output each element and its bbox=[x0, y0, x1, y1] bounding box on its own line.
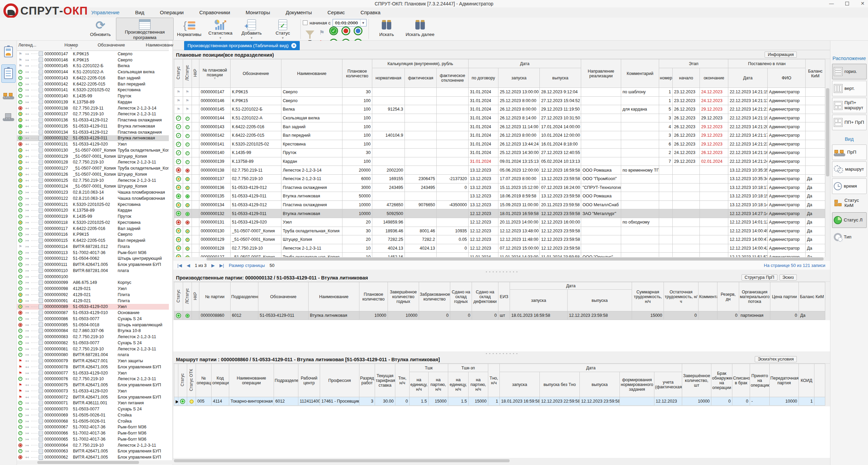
plan-row[interactable]: ⚑⚑0000000146К.Р9К15Сверло10031.01.202425… bbox=[174, 96, 825, 105]
col-accepted[interactable]: Принято на операцию bbox=[750, 364, 770, 397]
tree-row[interactable]: ✓↦00000000984129-021Узел bbox=[17, 286, 169, 292]
col-code[interactable]: Обозначение bbox=[258, 282, 309, 311]
tree-row[interactable]: ↤0000000129_51-0507-0001_КопияШтуцер_Коп… bbox=[17, 153, 169, 159]
plan-row[interactable]: 000000013802.7.750.219-11Лепесток 2-1,2-… bbox=[174, 166, 825, 175]
tree-row[interactable]: ↤000000013251-0533-4129-011Втулка литник… bbox=[17, 135, 169, 141]
col-grade[interactable]: Разряд работ bbox=[359, 364, 375, 397]
splitter-handle[interactable] bbox=[173, 270, 830, 274]
menu-4[interactable]: Справочники bbox=[198, 8, 232, 16]
tree-row[interactable]: ✓↦0000000117К.6422-2205-016Вал задний bbox=[17, 226, 169, 232]
tree-row[interactable]: ✓↦0000000144К.51-2201022-АСкользящая вил… bbox=[17, 69, 169, 75]
col-status[interactable]: Статус bbox=[180, 373, 185, 386]
tree-row[interactable]: ✓↦000000006751-7002-4017-36Рым-болт М36 bbox=[17, 424, 169, 430]
col-done[interactable]: Завершённое количество годных bbox=[388, 282, 419, 311]
tree-row[interactable]: ✓↦0000000120К.13758-89Кардан bbox=[17, 208, 169, 214]
tree-row[interactable]: ↤000000013802.7.750.219-11Лепесток 2-1,2… bbox=[17, 105, 169, 111]
tree-row[interactable]: ✓↦000000008302.7.750.219-10Лепесток 2-1,… bbox=[17, 334, 169, 340]
tree-row[interactable]: ✓↦0000000080ВИТЯ.687281.004плата bbox=[17, 352, 169, 358]
maximize-button[interactable] bbox=[845, 1, 849, 6]
col-qty[interactable]: Плановое количество bbox=[342, 59, 372, 88]
tree-row[interactable]: ✓↦0000000141К.5320-2201025-02Крестовина bbox=[17, 87, 169, 93]
tree-row[interactable]: ↤0000000126_51-0507-0001_КопияШтуцер_Коп… bbox=[17, 171, 169, 177]
first-page-button[interactable]: |◀ bbox=[177, 263, 182, 268]
col-calc-fact[interactable]: фактическая bbox=[405, 68, 437, 88]
tree-row[interactable]: ⚑↤0000000072ВИТЯ.426471.005Блок управлен… bbox=[17, 394, 169, 400]
information-button[interactable]: Информация bbox=[765, 52, 797, 58]
layout-horizontal-button[interactable]: гориз. bbox=[832, 64, 867, 79]
col-comment[interactable]: Комментарий bbox=[621, 59, 659, 88]
col-division[interactable]: Подразделение bbox=[231, 282, 258, 311]
scrollbar-thumb[interactable] bbox=[37, 461, 139, 464]
add-button[interactable]: + Добавить ▼ bbox=[236, 18, 267, 40]
col-name[interactable]: Наименование bbox=[281, 59, 342, 88]
tree-row[interactable]: ✓↦000000008102.7.750.219-10Лепесток 2-1,… bbox=[17, 346, 169, 352]
col-date-out[interactable]: выпуска bbox=[580, 372, 620, 397]
starting-date-combobox[interactable]: 01.01.2000 ▼ bbox=[333, 19, 367, 26]
scrollbar-thumb[interactable] bbox=[174, 459, 510, 462]
tree-row[interactable]: ⚑↤0000000079ВИТЯ.426427.001Узел защиты bbox=[17, 358, 169, 364]
tree-row[interactable]: ↤000000012502.7.750.219-10Лепесток 2-1,2… bbox=[17, 177, 169, 183]
col-date-form[interactable]: формирования нормированного задания bbox=[620, 372, 654, 397]
tree-row[interactable]: ✓↦000000012302.8.210.063-14Чашка пломбир… bbox=[17, 189, 169, 195]
tree-col-name[interactable]: Наименование bbox=[146, 42, 176, 47]
tree-col-code[interactable]: Обозначение bbox=[98, 42, 125, 47]
tree-row[interactable]: ↦000000008751-0533-4129-010Основание bbox=[17, 310, 169, 316]
tree-row[interactable]: ✓↦0000000063ВИТЯ.426471.005Блок управлен… bbox=[17, 448, 169, 454]
tree-row[interactable]: ↤000000013702.7.750.219-10Лепесток 2-1,2… bbox=[17, 111, 169, 117]
splitter-handle[interactable] bbox=[173, 351, 830, 355]
col-code[interactable]: Обозначение bbox=[231, 59, 281, 88]
normatives-button[interactable]: { Нормативы bbox=[174, 18, 205, 40]
tree-row[interactable]: ✓↦0000000071ВИТЯ.436111.001Узел питания bbox=[17, 400, 169, 406]
tree-row[interactable]: ↦000000008551-0504-0018Штырь направляющи… bbox=[17, 322, 169, 328]
plan-row[interactable]: 0000000130_51-0507-0007_КопияТруба охлад… bbox=[174, 227, 825, 235]
menu-6[interactable]: Документы bbox=[284, 8, 313, 16]
status-blue-filter[interactable] bbox=[354, 26, 362, 35]
close-button[interactable]: ✕ bbox=[861, 1, 865, 6]
col-rejected[interactable]: Забракованное количество bbox=[419, 282, 450, 311]
tree-row[interactable]: ✓↦0000000116К.Р9К15Сверло bbox=[17, 232, 169, 238]
col-calc-dev[interactable]: фактическое отклонение bbox=[437, 68, 469, 88]
col-tshkzp-unit[interactable]: на единицу, н/ч bbox=[448, 372, 469, 397]
menu-2[interactable]: Вид bbox=[134, 8, 145, 16]
tree-col-legend[interactable]: Легенд... bbox=[18, 42, 36, 47]
menu-3[interactable]: Операции bbox=[159, 8, 185, 16]
col-stage-begin[interactable]: начало bbox=[673, 68, 700, 88]
tree-row[interactable]: ⚑↦0000000145К.51-2201022-БВилка bbox=[17, 63, 169, 69]
status-stopped-filter[interactable] bbox=[341, 26, 350, 35]
view-route-button[interactable]: маршрут bbox=[832, 161, 867, 177]
mode-list-button[interactable] bbox=[1, 64, 16, 83]
col-date-start[interactable]: запуска bbox=[510, 290, 568, 311]
tree-row[interactable]: ⚑↤0000000078ВИТЯ.426471.005Блок управлен… bbox=[17, 364, 169, 370]
tree-row[interactable]: ✓↦0000000099А86.675.149Корпус bbox=[17, 280, 169, 286]
route-row[interactable]: ▶0054114Токарно-винторезная6012112411400… bbox=[174, 397, 825, 406]
last-page-button[interactable]: ▶| bbox=[219, 263, 224, 268]
tree-row[interactable]: ✓↦000000011351-7002-4017-36Рым-болт М36 bbox=[17, 250, 169, 256]
plan-row[interactable]: 000000013151-0533-4129-020Узел20149859.9… bbox=[174, 218, 825, 227]
tree-row[interactable]: ↤000000012802.7.750.219-10Лепесток 2-1,2… bbox=[17, 159, 169, 166]
scrollbar-thumb[interactable] bbox=[206, 257, 824, 260]
sketch-tech-button[interactable]: Эскиз/тех.условия bbox=[755, 356, 797, 362]
tab-production-program[interactable]: Производственная программа (Табличный ви… bbox=[184, 41, 300, 50]
col-date-out-no-tno[interactable]: выпуска без Тно bbox=[540, 372, 580, 397]
plan-row[interactable]: 000000012802.7.750.219-10Лепесток 2-1,2-… bbox=[174, 244, 825, 253]
tree-row[interactable]: ⚑↤0000000075ВИТЯ.426471.005Блок управлен… bbox=[17, 382, 169, 388]
col-price[interactable]: Цена партии bbox=[770, 282, 799, 311]
tree-row[interactable]: ✓↦000000006651-7002-4017-36Рым-болт М36 bbox=[17, 430, 169, 436]
col-reserve[interactable]: Резерв, дн bbox=[717, 282, 739, 311]
tree-row[interactable]: ↤000000013551-0533-4129-011Втулка литник… bbox=[17, 123, 169, 129]
tree-row[interactable]: ↤000000013651-0533-4129-012Пластина охла… bbox=[17, 117, 169, 123]
col-work-center[interactable]: Рабочий центр bbox=[298, 364, 320, 397]
tree-row[interactable]: ✓↦0000000115К.6422-2205-015Вал передний bbox=[17, 237, 169, 244]
col-plan-num[interactable]: № плановой позиции∨ bbox=[199, 59, 231, 88]
production-program-button[interactable]: Производственная программа bbox=[116, 18, 174, 40]
col-qty[interactable]: Плановое количество bbox=[359, 282, 388, 311]
page-size-value[interactable]: 50 bbox=[270, 263, 274, 268]
plan-row[interactable]: 0000000129_51-0507-0001_КопияШтуцер_Копи… bbox=[174, 235, 825, 244]
col-date-contract[interactable]: по договору bbox=[469, 68, 498, 88]
col-store-def[interactable]: Сдано на склад дефектовки bbox=[472, 282, 498, 311]
tree-row[interactable]: ⚑↦000000007351-0533-4129-020Узел bbox=[17, 388, 169, 394]
layout-pp-prp-button[interactable]: ПП+ ПрП bbox=[832, 115, 867, 130]
tree-row[interactable]: ✓↦0000000142К.6422-2205-015Вал передний bbox=[17, 81, 169, 87]
tree-row[interactable]: ✓↦000000011251-0504-0062Штырь центрирующ… bbox=[17, 256, 169, 262]
plan-row[interactable]: ✓✓0000000140К.1435-99Пруток3031.01.20242… bbox=[174, 149, 825, 157]
